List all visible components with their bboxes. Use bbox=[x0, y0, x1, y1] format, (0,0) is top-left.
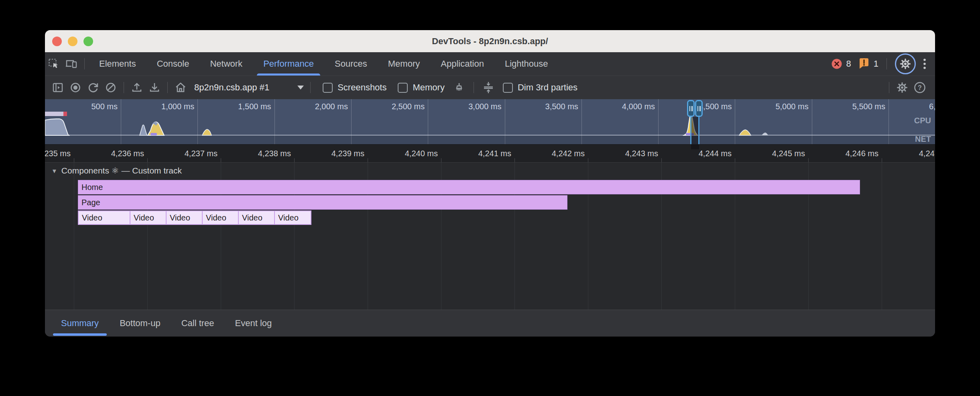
dim-3rd-parties-checkbox[interactable] bbox=[503, 83, 513, 93]
capture-settings-button[interactable] bbox=[893, 79, 911, 96]
more-options-button[interactable] bbox=[922, 57, 927, 70]
memory-label: Memory bbox=[413, 82, 444, 93]
settings-focus-ring bbox=[895, 53, 916, 74]
minimap-ruler-label: 5,000 ms bbox=[751, 102, 809, 111]
collapse-sections-button[interactable] bbox=[480, 79, 497, 96]
minimap-ruler-label: 1,500 ms bbox=[213, 102, 271, 111]
live-metrics-button[interactable] bbox=[172, 79, 189, 96]
tab-application[interactable]: Application bbox=[430, 52, 494, 76]
performance-toolbar: 8p2n9n.csb.app #1 Screenshots Memory bbox=[45, 76, 935, 99]
inspect-element-button[interactable] bbox=[45, 55, 63, 73]
component-bar-video[interactable]: Video bbox=[238, 210, 275, 225]
error-count[interactable]: 8 bbox=[846, 59, 851, 69]
record-button[interactable] bbox=[67, 79, 84, 96]
reload-icon bbox=[89, 84, 97, 92]
ruler-label: 4,243 ms bbox=[602, 145, 658, 162]
triangle-down-icon: ▼ bbox=[51, 167, 57, 174]
ruler-label: 4,247 ms bbox=[896, 145, 935, 162]
ruler-tick bbox=[588, 158, 588, 162]
ruler-label: 4,242 ms bbox=[529, 145, 585, 162]
tab-lighthouse[interactable]: Lighthouse bbox=[494, 52, 559, 76]
ruler-label: 4,241 ms bbox=[455, 145, 511, 162]
ruler-label: 4,236 ms bbox=[88, 145, 144, 162]
ruler-tick bbox=[441, 158, 441, 162]
ruler-tick bbox=[294, 158, 295, 162]
minimap-ruler-label: 500 ms bbox=[60, 102, 118, 111]
download-icon bbox=[152, 83, 157, 89]
bottom-tab-bar: SummaryBottom-upCall treeEvent log bbox=[45, 310, 935, 337]
tab-elements[interactable]: Elements bbox=[89, 52, 146, 76]
flame-chart-area[interactable]: ▼ Components ⚛ — Custom track HomePageVi… bbox=[45, 163, 935, 310]
devtools-tab-bar: ElementsConsoleNetworkPerformanceSources… bbox=[45, 52, 935, 76]
ruler-label: 4,238 ms bbox=[235, 145, 291, 162]
bottom-tab-summary[interactable]: Summary bbox=[51, 310, 109, 337]
tab-console[interactable]: Console bbox=[146, 52, 200, 76]
tabbar-right-cluster: 8 1 bbox=[831, 53, 935, 74]
warning-badge-icon[interactable] bbox=[858, 58, 870, 70]
screenshots-label: Screenshots bbox=[338, 82, 386, 93]
minimap-ruler-label: 6,000 ms bbox=[904, 102, 935, 111]
toggle-sidebar-button[interactable] bbox=[49, 79, 67, 96]
warning-count[interactable]: 1 bbox=[874, 59, 878, 69]
net-lane-label: NET bbox=[915, 135, 931, 144]
target-selector-label: 8p2n9n.csb.app #1 bbox=[194, 82, 269, 93]
component-bar-video[interactable]: Video bbox=[166, 210, 203, 225]
load-profile-button[interactable] bbox=[128, 79, 146, 96]
custom-track-header[interactable]: ▼ Components ⚛ — Custom track bbox=[51, 166, 182, 176]
screenshots-checkbox[interactable] bbox=[323, 83, 333, 93]
network-request-bar bbox=[45, 112, 63, 116]
collapse-icon bbox=[484, 87, 493, 89]
phone-icon bbox=[73, 62, 76, 67]
reload-and-record-button[interactable] bbox=[84, 79, 102, 96]
component-bar-home[interactable]: Home bbox=[78, 180, 860, 194]
toggle-device-toolbar-button[interactable] bbox=[63, 55, 80, 73]
help-button[interactable]: ? bbox=[911, 79, 929, 96]
chevron-down-icon bbox=[297, 86, 304, 90]
bottom-tab-call-tree[interactable]: Call tree bbox=[171, 310, 225, 337]
settings-gear-button[interactable] bbox=[899, 57, 912, 70]
traffic-lights bbox=[52, 30, 93, 52]
tab-memory[interactable]: Memory bbox=[378, 52, 430, 76]
collect-garbage-button[interactable] bbox=[450, 79, 468, 96]
minimize-window-button[interactable] bbox=[68, 37, 77, 46]
ruler-label: 4,237 ms bbox=[161, 145, 218, 162]
component-bar-video[interactable]: Video bbox=[130, 210, 167, 225]
component-bar-video[interactable]: Video bbox=[78, 210, 130, 225]
ruler-label: 4,239 ms bbox=[308, 145, 364, 162]
track-gridline bbox=[882, 163, 882, 310]
selection-right-handle[interactable] bbox=[695, 100, 703, 117]
ruler-tick bbox=[74, 158, 74, 162]
minimap-ruler-label: 1,000 ms bbox=[136, 102, 194, 111]
ruler-tick bbox=[514, 158, 515, 162]
window-title: DevTools - 8p2n9n.csb.app/ bbox=[432, 36, 548, 47]
component-bar-video[interactable]: Video bbox=[274, 210, 311, 225]
bottom-tab-bottom-up[interactable]: Bottom-up bbox=[109, 310, 171, 337]
track-gridline bbox=[74, 163, 74, 310]
save-profile-button[interactable] bbox=[146, 79, 163, 96]
ruler-tick bbox=[808, 158, 809, 162]
ruler-tick bbox=[368, 158, 368, 162]
component-bar-page[interactable]: Page bbox=[78, 195, 567, 210]
component-bar-video[interactable]: Video bbox=[202, 210, 239, 225]
target-selector[interactable]: 8p2n9n.csb.app #1 bbox=[194, 82, 304, 93]
ruler-tick bbox=[882, 158, 882, 162]
ruler-label: 4,240 ms bbox=[382, 145, 438, 162]
timeline-overview[interactable]: CPU NET 500 ms1,000 ms1,500 ms2,000 ms2,… bbox=[45, 99, 935, 145]
devtools-window: DevTools - 8p2n9n.csb.app/ ElementsConso… bbox=[45, 30, 935, 337]
divider bbox=[84, 58, 85, 69]
selection-left-handle[interactable] bbox=[687, 100, 695, 117]
error-badge-icon[interactable] bbox=[831, 58, 842, 69]
close-window-button[interactable] bbox=[52, 37, 62, 46]
bottom-tab-event-log[interactable]: Event log bbox=[225, 310, 283, 337]
tab-performance[interactable]: Performance bbox=[253, 52, 324, 76]
zoom-window-button[interactable] bbox=[83, 37, 93, 46]
tab-network[interactable]: Network bbox=[199, 52, 253, 76]
minimap-ruler-label: 3,000 ms bbox=[444, 102, 502, 111]
timeline-detail-ruler[interactable]: 4,235 ms4,236 ms4,237 ms4,238 ms4,239 ms… bbox=[45, 145, 935, 163]
tab-sources[interactable]: Sources bbox=[324, 52, 378, 76]
memory-checkbox[interactable] bbox=[398, 83, 408, 93]
ruler-tick bbox=[735, 158, 735, 162]
clear-button[interactable] bbox=[102, 79, 120, 96]
custom-track-title: Components ⚛ — Custom track bbox=[61, 166, 182, 176]
dim-3rd-parties-checkbox-group: Dim 3rd parties bbox=[503, 82, 577, 93]
